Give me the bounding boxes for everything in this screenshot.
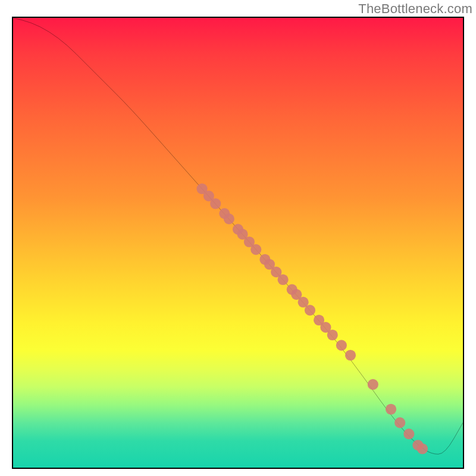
data-point [394,417,405,428]
plot-area [12,17,464,469]
data-point [327,330,338,340]
data-point [386,404,396,415]
data-point [224,214,234,224]
data-points [196,183,428,454]
data-point [336,340,347,350]
data-point [210,198,221,209]
data-point [368,379,378,390]
data-point [305,305,315,315]
chart-svg [13,18,463,468]
data-point [417,443,428,454]
data-point [345,350,356,361]
chart-stage: TheBottleneck.com [0,0,476,476]
watermark-text: TheBottleneck.com [358,1,472,17]
data-point [250,244,261,255]
data-point [403,428,414,439]
data-point [278,274,289,285]
